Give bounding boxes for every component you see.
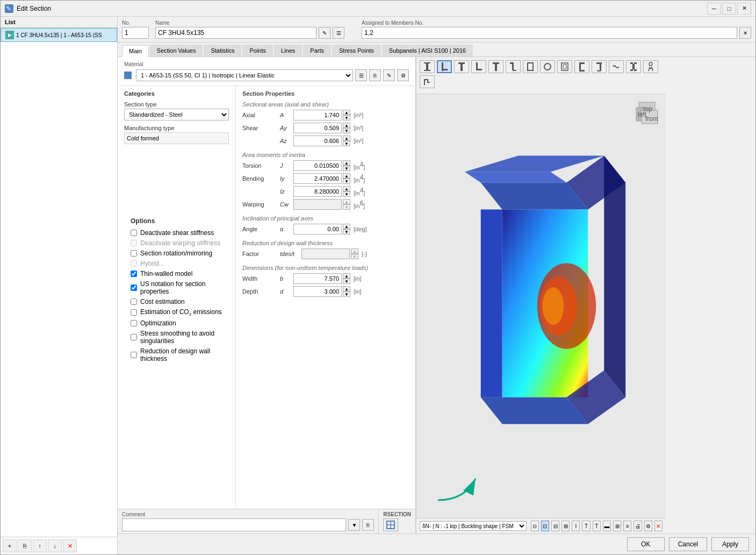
shear-az-spin-down[interactable]: ▼	[343, 141, 350, 146]
bending-iz-input[interactable]	[293, 186, 342, 197]
shear-az-input[interactable]	[293, 136, 342, 146]
depth-spin-up[interactable]: ▲	[343, 286, 350, 291]
view-btn-ruler[interactable]: ▬	[603, 521, 611, 531]
tab-main[interactable]: Main	[122, 45, 149, 57]
view-btn-active[interactable]: ⊡	[541, 521, 549, 531]
comment-input[interactable]	[122, 518, 346, 531]
angle-spin-down[interactable]: ▼	[343, 229, 350, 234]
maximize-button[interactable]: □	[722, 3, 736, 15]
close-button[interactable]: ✕	[737, 3, 751, 15]
shape-btn-c[interactable]	[574, 60, 589, 73]
checkbox-cost-estimation-input[interactable]	[131, 298, 137, 305]
shape-btn-t-flip[interactable]	[488, 60, 503, 73]
minimize-button[interactable]: ─	[707, 3, 721, 15]
copy-button[interactable]: ⎘	[18, 539, 32, 552]
shape-btn-hollow-rect[interactable]	[557, 60, 572, 73]
torsion-spin-down[interactable]: ▼	[343, 166, 350, 171]
tab-subpanels[interactable]: Subpanels | AISI S100 | 2016	[382, 45, 473, 56]
ok-button[interactable]: OK	[627, 537, 665, 551]
shape-btn-l-flip[interactable]	[471, 60, 486, 73]
shape-btn-person[interactable]	[643, 60, 658, 73]
material-edit-button[interactable]: ✎	[383, 69, 395, 81]
shape-btn-j[interactable]	[592, 60, 607, 73]
shear-ay-spin-down[interactable]: ▼	[343, 128, 350, 133]
shape-btn-l[interactable]	[437, 60, 452, 73]
list-item[interactable]: ▶ 1 CF 3HU4.5x135 | 1 - A653-15 (SS	[1, 28, 117, 42]
view-btn-cursor[interactable]: I	[572, 521, 580, 531]
delete-button[interactable]: ✕	[63, 539, 77, 552]
material-info-button[interactable]: ☰	[355, 69, 367, 81]
checkbox-us-notation-input[interactable]	[131, 284, 137, 291]
shape-btn-t[interactable]	[454, 60, 469, 73]
assigned-clear-button[interactable]: ✕	[739, 27, 751, 39]
axial-input[interactable]	[293, 110, 342, 120]
width-spin-up[interactable]: ▲	[343, 273, 350, 279]
checkbox-co2-emissions-input[interactable]	[131, 309, 137, 316]
rsection-button[interactable]	[383, 518, 398, 531]
name-input[interactable]	[155, 27, 316, 39]
width-spin-down[interactable]: ▼	[343, 279, 350, 284]
edit-icon-button[interactable]: ✎	[319, 27, 330, 39]
torsion-spin-up[interactable]: ▲	[343, 160, 350, 166]
view-status-select[interactable]: δN- | N : -1 kip | Buckling shape | FSM	[420, 521, 527, 531]
checkbox-deactivate-shear-input[interactable]	[131, 230, 137, 236]
shape-btn-z[interactable]	[506, 60, 521, 73]
tab-stress-points[interactable]: Stress Points	[332, 45, 381, 56]
shear-ay-input[interactable]	[293, 123, 342, 133]
view-btn-t[interactable]: T	[582, 521, 590, 531]
checkbox-thin-walled-input[interactable]	[131, 271, 137, 277]
material-copy-button[interactable]: ⎘	[369, 69, 381, 81]
checkbox-section-rotation-input[interactable]	[131, 250, 137, 257]
bending-iz-spin-up[interactable]: ▲	[343, 186, 350, 191]
view-btn-close-red[interactable]: ✕	[654, 521, 663, 531]
view-btn-nav[interactable]: ⊙	[531, 521, 539, 531]
angle-input[interactable]	[293, 224, 342, 234]
view-btn-print[interactable]: 🖨	[633, 521, 642, 531]
bending-iy-spin-up[interactable]: ▲	[343, 173, 350, 179]
move-down-button[interactable]: ↓	[48, 539, 62, 552]
axial-spin-down[interactable]: ▼	[343, 115, 350, 120]
depth-input[interactable]	[293, 286, 342, 297]
section-type-select[interactable]: Standardized - Steel	[124, 109, 229, 120]
shear-ay-spin-up[interactable]: ▲	[343, 123, 350, 128]
assigned-input[interactable]	[362, 27, 737, 39]
torsion-input[interactable]	[293, 160, 342, 171]
checkbox-stress-smoothing-input[interactable]	[131, 334, 137, 340]
checkbox-reduction-wall-input[interactable]	[131, 352, 137, 358]
move-up-button[interactable]: ↑	[33, 539, 47, 552]
comment-copy-button[interactable]: ⎘	[362, 519, 374, 531]
view-btn-fit[interactable]: ⊞	[561, 521, 570, 531]
shape-btn-i[interactable]	[420, 60, 435, 73]
tab-section-values[interactable]: Section Values	[150, 45, 203, 56]
checkbox-optimization-input[interactable]	[131, 320, 137, 326]
bending-iy-input[interactable]	[293, 173, 342, 184]
tab-lines[interactable]: Lines	[274, 45, 302, 56]
material-settings-button[interactable]: ⚙	[397, 69, 409, 81]
shape-btn-circle[interactable]	[540, 60, 555, 73]
view-btn-zoom[interactable]: ⊟	[551, 521, 559, 531]
shear-az-spin-up[interactable]: ▲	[343, 136, 350, 141]
angle-spin-up[interactable]: ▲	[343, 224, 350, 229]
material-select[interactable]: 1 - A653-15 (SS 50, CI 1) | Isotropic | …	[136, 69, 353, 81]
shape-btn-wave[interactable]	[609, 60, 624, 73]
width-input[interactable]	[293, 273, 342, 284]
view-btn-settings[interactable]: ⚙	[644, 521, 652, 531]
apply-button[interactable]: Apply	[711, 537, 749, 551]
shape-btn-extra[interactable]	[420, 75, 435, 88]
view-btn-grid[interactable]: ⊞	[613, 521, 621, 531]
bending-iz-spin-down[interactable]: ▼	[343, 191, 350, 197]
shape-btn-rect[interactable]	[523, 60, 538, 73]
cancel-button[interactable]: Cancel	[669, 537, 707, 551]
view-btn-table[interactable]: ≡	[623, 521, 631, 531]
shape-btn-custom[interactable]	[626, 60, 641, 73]
view-btn-t2[interactable]: T	[593, 521, 601, 531]
info-icon-button[interactable]: ☰	[333, 27, 344, 39]
depth-spin-down[interactable]: ▼	[343, 291, 350, 297]
comment-expand-button[interactable]: ▼	[348, 519, 360, 531]
tab-points[interactable]: Points	[242, 45, 273, 56]
bending-iy-spin-down[interactable]: ▼	[343, 179, 350, 184]
add-button[interactable]: +	[3, 539, 17, 552]
tab-statistics[interactable]: Statistics	[204, 45, 241, 56]
tab-parts[interactable]: Parts	[303, 45, 331, 56]
axial-spin-up[interactable]: ▲	[343, 110, 350, 115]
